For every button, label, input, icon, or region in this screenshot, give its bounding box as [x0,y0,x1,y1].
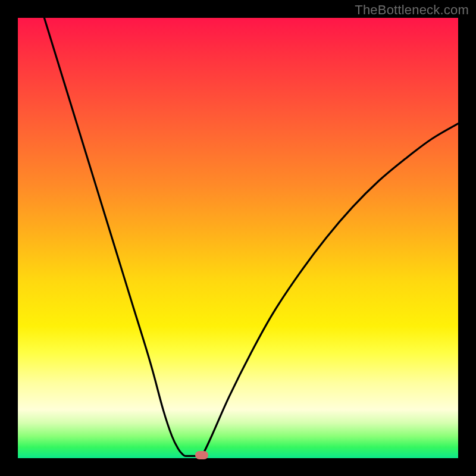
curve-path [44,18,458,458]
bottleneck-curve [18,18,458,458]
plot-area [18,18,458,458]
min-marker [195,451,208,459]
watermark-text: TheBottleneck.com [355,2,469,18]
chart-frame: TheBottleneck.com [0,0,476,476]
